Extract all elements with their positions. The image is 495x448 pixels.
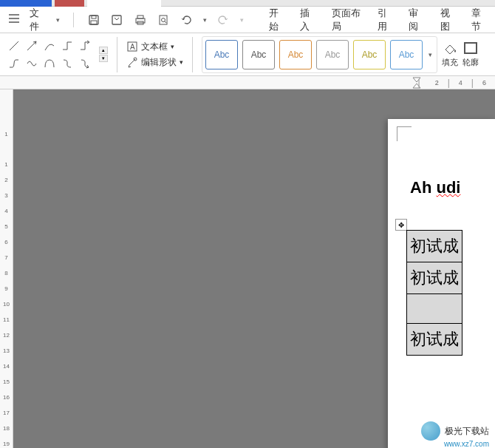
table-cell-empty[interactable] [407,294,462,324]
workspace: 1 1 2 3 4 5 6 7 8 9 10 11 12 13 14 15 16… [0,89,495,448]
main-menu: 开始 插入 页面布局 引用 审阅 视图 章节 [269,7,486,33]
watermark-text: 极光下载站 [445,425,489,438]
redo-dropdown[interactable]: ▾ [240,16,244,24]
ruler-mark: 4 [459,79,462,86]
file-toolbar: 文件 ▾ ▾ ▾ 开始 插入 页面布局 引用 审阅 视图 章节 [0,7,495,33]
style-preset-5[interactable]: Abc [353,40,386,69]
shape-connector1[interactable] [6,55,22,72]
rv-mark: 9 [4,281,7,296]
menu-reference[interactable]: 引用 [378,7,392,33]
shape-arrow[interactable] [24,38,40,54]
shape-connector2[interactable] [24,55,40,72]
shape-connector3[interactable] [41,55,58,72]
undo-dropdown[interactable]: ▾ [203,16,207,24]
save-as-icon[interactable] [111,13,123,27]
ruler-mark: 6 [482,79,486,86]
fill-label: 填充 [442,57,458,68]
rv-mark: 14 [3,359,10,374]
menu-view[interactable]: 视图 [440,7,455,33]
hamburger-icon[interactable] [9,14,19,25]
style-preset-6[interactable]: Abc [390,40,423,69]
spin-down[interactable]: ▾ [99,55,108,62]
menu-page-layout[interactable]: 页面布局 [332,7,361,33]
tab-pdf[interactable] [55,0,84,7]
print-icon[interactable] [134,13,146,27]
file-menu[interactable]: 文件 [30,7,46,33]
svg-point-8 [161,18,165,21]
rv-mark: 17 [3,405,10,421]
gallery-expand[interactable]: ▾ [427,51,434,58]
table-move-handle[interactable]: ✥ [395,219,407,231]
rv-mark: 13 [3,343,10,359]
margin-corner [397,126,412,141]
rv-mark: 4 [4,203,7,219]
chevron-down-icon: ▾ [171,43,174,50]
rv-mark: 7 [4,250,7,265]
rv-mark: 1 [4,126,7,142]
document-page[interactable]: Ah udi ✥ 初试成 初试成 初试成 [388,119,495,448]
rv-mark: 18 [3,421,10,436]
rv-mark: 1 [4,157,7,172]
textbox-tool[interactable]: A 文本框 ▾ [126,41,183,53]
ruler-mark: 2 [435,79,439,86]
ribbon-toolbar: ▴ ▾ A 文本框 ▾ 编辑形状 ▾ Abc Abc Abc Abc Abc A… [0,33,495,76]
spin-up[interactable]: ▴ [99,47,108,54]
separator [117,37,117,72]
rv-mark: 8 [4,265,7,281]
horizontal-ruler[interactable]: | 2 | 4 | 6 [0,76,495,89]
rv-mark: 11 [3,312,10,327]
style-preset-4[interactable]: Abc [316,40,349,69]
svg-rect-4 [137,16,143,18]
vertical-ruler[interactable]: 1 1 2 3 4 5 6 7 8 9 10 11 12 13 14 15 16… [0,89,13,448]
style-preset-2[interactable]: Abc [242,40,275,69]
menu-insert[interactable]: 插入 [300,7,315,33]
menu-chapter[interactable]: 章节 [471,7,486,33]
rv-mark: 15 [3,374,10,390]
text-tools-group: A 文本框 ▾ 编辑形状 ▾ [126,41,183,69]
rv-mark: 6 [4,234,7,250]
redo-icon[interactable] [217,13,230,27]
style-preset-3[interactable]: Abc [279,40,312,69]
save-icon[interactable] [87,13,100,27]
rv-mark: 10 [3,296,10,312]
table-cell[interactable]: 初试成 [407,262,462,294]
rv-mark: 5 [4,219,7,234]
textbox-label: 文本框 [141,41,168,53]
tab-doc[interactable] [87,0,161,7]
shape-line[interactable] [6,38,22,54]
menu-review[interactable]: 审阅 [409,7,423,33]
document-table[interactable]: 初试成 初试成 初试成 [406,230,462,356]
menu-start[interactable]: 开始 [269,7,284,33]
table-cell[interactable]: 初试成 [407,231,462,262]
rv-mark: 3 [4,188,7,203]
shape-s-arrow[interactable] [77,55,93,72]
chevron-down-icon[interactable]: ▾ [56,16,60,24]
rv-mark: 16 [3,390,10,405]
table-cell[interactable]: 初试成 [407,324,462,356]
outline-label: 轮廓 [462,57,479,68]
undo-icon[interactable] [180,13,193,27]
divider [73,13,74,27]
watermark: 极光下载站 [421,421,489,441]
watermark-url: www.xz7.com [444,440,489,448]
fill-tool[interactable]: 填充 [442,41,458,68]
document-heading[interactable]: Ah udi [410,178,460,197]
shape-s-curve[interactable] [59,55,75,72]
svg-text:A: A [130,43,135,51]
print-preview-icon[interactable] [157,13,169,27]
edit-shape-label: 编辑形状 [141,56,177,69]
separator [192,37,193,72]
chevron-down-icon: ▾ [180,58,183,66]
shape-curve[interactable] [41,38,58,54]
document-canvas[interactable]: Ah udi ✥ 初试成 初试成 初试成 [13,89,495,448]
outline-tool[interactable]: 轮廓 [462,41,479,68]
shape-elbow-arrow[interactable] [77,38,93,54]
rv-mark: 2 [4,172,7,188]
shape-elbow[interactable] [59,38,75,54]
watermark-logo-icon [421,421,440,441]
svg-rect-2 [91,21,97,24]
edit-shape-tool[interactable]: 编辑形状 ▾ [126,56,183,69]
style-preset-1[interactable]: Abc [205,40,238,69]
svg-rect-12 [465,43,477,53]
shape-spinner: ▴ ▾ [99,47,108,62]
